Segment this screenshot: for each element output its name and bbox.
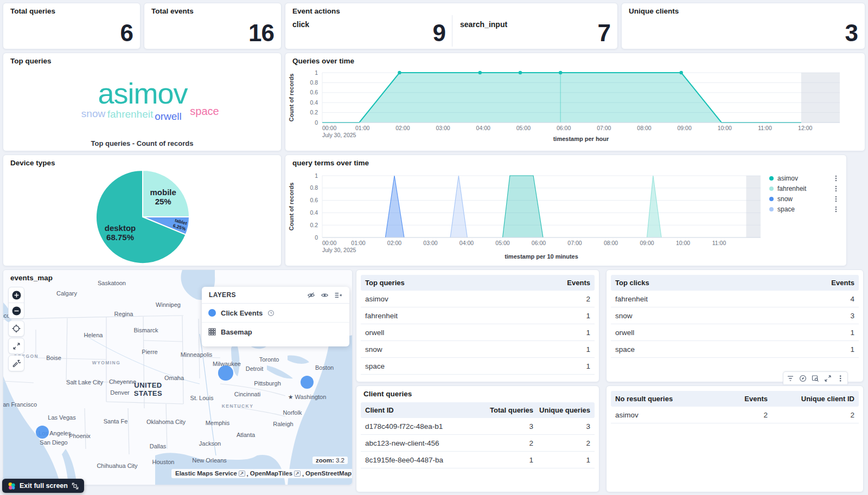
marker-chicago[interactable]	[218, 365, 233, 381]
map-tools-button[interactable]	[8, 355, 24, 371]
chart-svg: 00.20.40.60.8100:00July 30, 202501:0002:…	[285, 155, 846, 266]
layer-item-click-events[interactable]: Click Events	[202, 304, 349, 323]
svg-text:68.75%: 68.75%	[106, 233, 134, 242]
legend-label: asimov	[777, 175, 798, 182]
panel-unique-clients: Unique clients 3	[621, 3, 865, 49]
column-header[interactable]: Top queries	[365, 279, 547, 287]
table-row: abc123-new-client-45622	[361, 435, 595, 452]
panel-title: events_map	[10, 274, 53, 282]
legend-dot-icon	[769, 207, 774, 211]
y-tick: 0.8	[310, 184, 318, 191]
x-tick: 03:00	[436, 125, 450, 131]
column-header[interactable]: Events	[708, 395, 768, 403]
zoom-label: zoom:	[316, 457, 334, 464]
collapse-layers-icon[interactable]	[334, 291, 342, 299]
explore-icon[interactable]	[799, 375, 807, 382]
x-tick: 09:00	[678, 125, 692, 131]
column-header[interactable]: Events	[547, 279, 590, 287]
legend-item-snow[interactable]: snow	[769, 195, 793, 203]
filter-icon[interactable]	[787, 375, 794, 382]
legend-item-asimov[interactable]: asimov	[769, 175, 798, 182]
y-tick: 0.4	[310, 209, 318, 216]
minus-icon	[12, 306, 21, 316]
marker-los-angeles[interactable]	[36, 426, 49, 439]
cloud-word-fahrenheit[interactable]: fahrenheit	[107, 108, 154, 120]
cloud-word-asimov[interactable]: asimov	[98, 76, 187, 110]
exit-full-screen-button[interactable]: Exit full screen	[2, 479, 84, 493]
panel-title: Client queries	[363, 390, 412, 398]
marker-new-york[interactable]	[301, 376, 314, 389]
map-zoom-out-button[interactable]	[9, 303, 24, 318]
legend-dot-icon	[769, 176, 774, 181]
attribution-link[interactable]: OpenStreetMap contributors ↗	[305, 470, 353, 477]
y-axis-label: Count of records	[288, 74, 295, 122]
panel-title: Total events	[151, 7, 194, 15]
column-header[interactable]: Top clicks	[615, 279, 811, 287]
y-tick: 0.4	[310, 99, 318, 106]
cloud-word-space[interactable]: space	[190, 105, 219, 118]
column-header[interactable]: Events	[811, 279, 854, 287]
attribution-link[interactable]: OpenMapTiles ↗	[250, 470, 301, 477]
attribution-link[interactable]: Elastic Maps Service ↗	[175, 470, 245, 477]
crosshair-icon	[12, 324, 21, 333]
y-tick: 0.8	[310, 79, 318, 86]
x-tick: 05:00	[516, 125, 531, 131]
legend-options-icon[interactable]	[833, 175, 839, 182]
x-tick: 08:00	[604, 240, 618, 246]
legend-options-icon[interactable]	[833, 205, 839, 213]
table-cell: 2	[482, 439, 533, 447]
metric-value: 3	[845, 20, 858, 47]
panel-total-queries: Total queries 6	[3, 3, 141, 49]
legend-item-space[interactable]: space	[769, 205, 795, 213]
table-row: snow3	[611, 307, 859, 324]
table-cell: 3	[482, 422, 533, 430]
maximize-icon[interactable]	[824, 375, 832, 382]
table-cell: 1	[811, 329, 854, 337]
map-zoom-in-button[interactable]	[9, 287, 24, 303]
table-cell: space	[365, 362, 547, 370]
x-tick: 02:00	[395, 125, 410, 131]
attribution-separator: ,	[302, 471, 304, 477]
panel-hover-toolbar	[783, 371, 848, 385]
column-header[interactable]: Unique queries	[533, 406, 590, 414]
cloud-word-snow[interactable]: snow	[81, 108, 105, 120]
column-header[interactable]: No result queries	[615, 395, 708, 403]
panel-options-icon[interactable]	[837, 375, 844, 382]
x-axis-label: timestamp per hour	[553, 136, 609, 142]
panel-event-actions: Event actions click 9 search_input 7	[285, 3, 618, 49]
table-cell: 1	[547, 329, 590, 337]
x-tick: 12:00	[798, 125, 812, 131]
fullscreen-exit-icon	[72, 483, 79, 490]
map-attribution: Elastic Maps Service ↗, OpenMapTiles ↗, …	[171, 469, 353, 478]
inspect-icon[interactable]	[812, 375, 819, 382]
y-tick: 1	[315, 172, 318, 179]
map-locate-button[interactable]	[8, 320, 24, 337]
x-tick: 01:00	[355, 125, 369, 131]
legend-options-icon[interactable]	[833, 185, 839, 192]
word-cloud-caption: Top queries - Count of records	[3, 139, 281, 147]
show-all-layers-icon[interactable]	[321, 291, 329, 299]
layer-item-basemap[interactable]: Basemap	[202, 323, 349, 341]
word-cloud: asimovsnowfahrenheitorwellspace	[3, 53, 281, 151]
panel-title: Queries over time	[292, 57, 354, 65]
cloud-word-orwell[interactable]: orwell	[155, 111, 182, 123]
legend-dot-icon	[769, 187, 774, 191]
panel-title: Device types	[10, 159, 55, 167]
column-header[interactable]: Client ID	[365, 406, 482, 414]
client-queries-header: Client IDTotal queriesUnique queries	[361, 402, 595, 418]
legend-label: space	[777, 205, 795, 213]
exit-full-screen-label: Exit full screen	[20, 482, 68, 490]
panel-title: Total queries	[10, 7, 55, 15]
map-fit-data-button[interactable]	[8, 338, 24, 354]
legend-options-icon[interactable]	[833, 195, 839, 203]
x-tick: 07:00	[597, 125, 611, 131]
legend-item-fahrenheit[interactable]: fahrenheit	[769, 185, 806, 192]
column-header[interactable]: Unique client ID	[768, 395, 854, 403]
column-header[interactable]: Total queries	[482, 406, 533, 414]
svg-text:mobile: mobile	[150, 188, 176, 197]
table-cell: 2	[547, 295, 590, 303]
y-tick: 1	[315, 69, 318, 76]
table-row: orwell1	[361, 324, 595, 341]
table-row: fahrenheit1	[361, 307, 595, 324]
hide-all-layers-icon[interactable]	[307, 291, 315, 299]
